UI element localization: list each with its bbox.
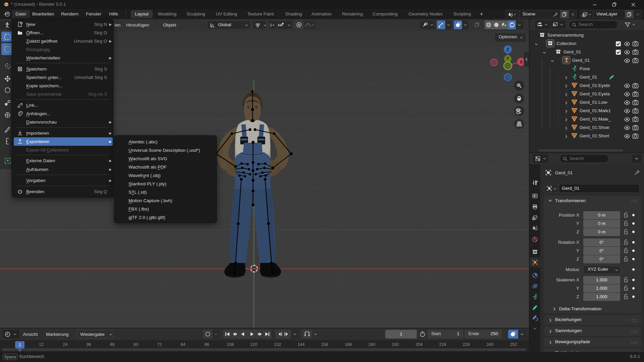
svg-text:X: X (520, 59, 523, 64)
svg-text:Z: Z (506, 47, 509, 52)
svg-text:Y: Y (506, 56, 509, 61)
